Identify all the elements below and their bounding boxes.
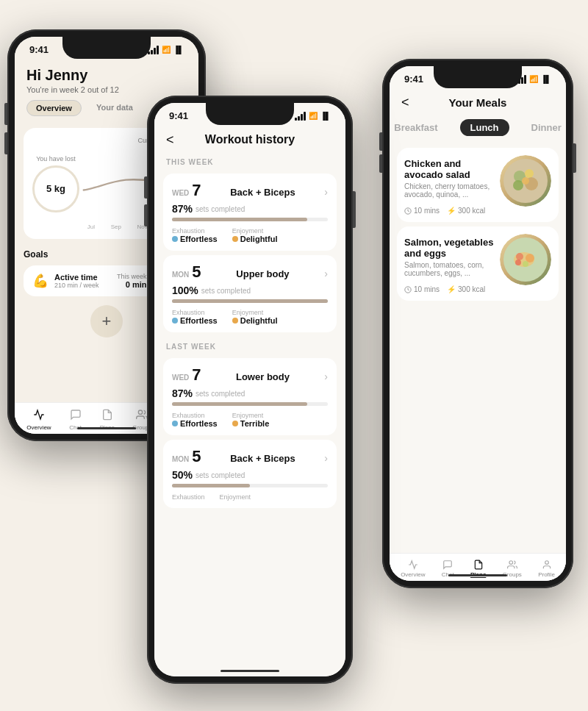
status-time: 9:41: [29, 44, 49, 55]
nav-profile-meals[interactable]: Profile: [538, 560, 555, 578]
enjoyment-lw-wed7: Enjoyment Terrible: [232, 412, 270, 428]
power-button-right[interactable]: [573, 143, 576, 173]
meals-title: Your Meals: [449, 96, 507, 109]
vol-down-button-mid[interactable]: [144, 204, 147, 226]
exhaustion-wed7: Exhaustion Effortless: [172, 227, 218, 243]
meal-card-1[interactable]: Chicken and avocado salad Chicken, cherr…: [397, 148, 559, 222]
enjoyment-wed7: Enjoyment Delightful: [232, 227, 278, 243]
exhaustion-mon5: Exhaustion Effortless: [172, 309, 218, 325]
meal-card-2[interactable]: Salmon, vegetables and eggs Salmon, toma…: [397, 226, 559, 301]
status-time-right: 9:41: [404, 74, 423, 85]
day-abbr-wed7: WED: [172, 189, 189, 197]
vol-down-button[interactable]: [4, 132, 7, 154]
goal-this-week-value: 0 min: [117, 280, 147, 289]
progress-bg-lw-wed7: [172, 402, 328, 406]
power-button-mid[interactable]: [353, 191, 356, 228]
arrow-icon-lw-mon5: ›: [324, 452, 328, 464]
svg-point-12: [526, 254, 534, 262]
workout-metrics-mon5: Exhaustion Effortless Enjoyment Delightf…: [172, 309, 328, 325]
tab-overview[interactable]: Overview: [26, 100, 82, 116]
progress-bg-mon5: [172, 299, 328, 303]
workout-entry-lw-mon5[interactable]: MON 5 Back + Biceps › 50% sets completed…: [163, 440, 337, 508]
enjoyment-dot-lw-wed7: [232, 421, 238, 426]
nav-overview[interactable]: Overview: [26, 409, 51, 431]
nav-overview-meals[interactable]: Overview: [401, 560, 425, 578]
vol-down-button-right[interactable]: [379, 154, 382, 173]
day-num-lw-wed7: 7: [192, 365, 201, 385]
tab-breakfast[interactable]: Breakfast: [390, 119, 448, 136]
meal-meta-2: 10 mins ⚡ 300 kcal: [404, 285, 551, 293]
enjoyment-lw-mon5: Enjoyment: [220, 493, 251, 501]
nav-overview-label-meals: Overview: [401, 571, 425, 578]
wifi-icon-right: 📶: [529, 75, 538, 83]
workout-metrics-wed7: Exhaustion Effortless Enjoyment Delightf…: [172, 227, 328, 243]
meal-time-1: 10 mins: [404, 207, 440, 215]
svg-point-17: [545, 561, 548, 565]
fab-add-button[interactable]: +: [90, 305, 123, 337]
progress-fill-lw-wed7: [172, 402, 307, 406]
status-icons-mid: 📶 ▐▌: [295, 112, 331, 121]
home-indicator-right: [448, 574, 507, 576]
progress-bg-wed7: [172, 218, 328, 221]
bolt-icon-2: ⚡: [447, 285, 456, 293]
progress-bg-lw-mon5: [172, 484, 328, 487]
exhaustion-lw-mon5: Exhaustion: [172, 493, 205, 501]
workout-title: Workout history: [205, 133, 295, 146]
battery-icon-right: ▐▌: [541, 75, 551, 83]
svg-point-7: [522, 177, 529, 185]
meal-tabs: Breakfast Lunch Dinner: [390, 115, 566, 143]
tab-your-data[interactable]: Your data: [87, 100, 142, 116]
workout-metrics-lw-wed7: Exhaustion Effortless Enjoyment Terrible: [172, 412, 328, 428]
nav-chat-icon: [70, 409, 82, 423]
subtitle-text: You're in week 2 out of 12: [26, 85, 187, 94]
meals-screen: 9:41 📶 ▐▌ < Your Meals: [390, 66, 566, 581]
workout-entry-mon5[interactable]: MON 5 Upper body › 100% sets completed E…: [163, 255, 337, 332]
vol-up-button[interactable]: [4, 103, 7, 125]
wifi-icon-mid: 📶: [309, 112, 318, 120]
workout-entry-wed7[interactable]: WED 7 Back + Biceps › 87% sets completed…: [163, 174, 337, 251]
overview-icon-meals: [408, 560, 418, 570]
status-time-mid: 9:41: [169, 110, 188, 121]
meals-header: < Your Meals: [390, 87, 566, 115]
chat-icon-meals: [442, 560, 453, 570]
day-abbr-lw-mon5: MON: [172, 455, 189, 463]
goal-sub: 210 min / week: [54, 282, 99, 289]
tab-lunch[interactable]: Lunch: [460, 119, 509, 136]
sets-label-mon5: sets completed: [201, 287, 251, 295]
sets-pct-lw-wed7: 87%: [172, 387, 193, 399]
home-indicator: [77, 427, 136, 429]
exhaustion-dot-lw-wed7: [172, 421, 178, 426]
tab-dinner[interactable]: Dinner: [521, 119, 566, 136]
groups-icon-meals: [507, 560, 517, 570]
goal-title: Active time: [54, 273, 99, 282]
lost-label: You have lost: [32, 155, 79, 162]
last-week-label: LAST WEEK: [154, 337, 345, 354]
phone-middle: 9:41 📶 ▐▌ < Workout history: [147, 96, 353, 684]
sets-pct-lw-mon5: 50%: [172, 469, 193, 481]
svg-point-16: [509, 561, 513, 565]
day-num-mon5: 5: [192, 262, 201, 282]
day-abbr-lw-wed7: WED: [172, 374, 189, 382]
day-abbr-mon5: MON: [172, 271, 189, 279]
workout-entry-lw-wed7[interactable]: WED 7 Lower body › 87% sets completed Ex…: [163, 358, 337, 435]
vol-up-button-mid[interactable]: [144, 176, 147, 199]
arrow-icon-mon5: ›: [324, 268, 328, 279]
meal-kcal-2: ⚡ 300 kcal: [447, 285, 485, 293]
wifi-icon: 📶: [162, 46, 171, 54]
enjoyment-mon5: Enjoyment Delightful: [232, 309, 278, 325]
back-button-mid[interactable]: <: [166, 132, 174, 148]
exhaustion-dot-wed7: [172, 236, 178, 242]
progress-fill-lw-mon5: [172, 484, 250, 487]
meal-image-1: [500, 155, 551, 207]
bottom-nav-meals: Overview Chat Plans Groups Profile: [390, 553, 566, 581]
notch-mid: [206, 103, 294, 125]
lost-value: 5 kg: [32, 165, 79, 212]
back-button-right[interactable]: <: [401, 95, 409, 110]
vol-up-button-right[interactable]: [379, 132, 382, 151]
svg-point-4: [525, 169, 534, 178]
sets-label-lw-mon5: sets completed: [196, 471, 245, 479]
svg-point-14: [515, 260, 521, 265]
nav-overview-label: Overview: [26, 424, 51, 431]
sets-pct-mon5: 100%: [172, 285, 198, 296]
meal-image-2: [500, 234, 551, 285]
